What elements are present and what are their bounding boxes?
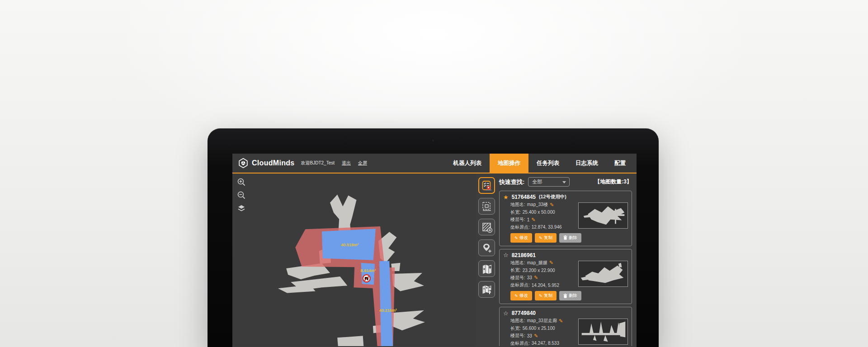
origin-value: 14.204, 5.952: [532, 283, 559, 288]
brand: CloudMinds: [232, 154, 301, 173]
delete-button[interactable]: 删除: [559, 233, 581, 243]
map-card: ★ 51764845 (12号使用中) 地图名:map_33楼✎ 长宽:25.4…: [499, 191, 632, 246]
map-card: ☆ 87749840 地图名:map_33层走廊✎ 长宽:56.600 x 25…: [499, 307, 632, 346]
edit-pencil-icon[interactable]: ✎: [534, 333, 538, 339]
welcome-area: 欢迎BJDT2_Test 退出 全屏: [301, 154, 367, 173]
nav-task-list[interactable]: 任务列表: [528, 154, 567, 173]
panel-header: 快速查找: 全部 【地图数量:3】: [499, 177, 632, 187]
area-label-1: 40.519m²: [341, 243, 359, 247]
map-name-label: 地图名:: [510, 202, 525, 208]
area-label-2: 8.614m²: [361, 268, 376, 273]
add-restricted-zone-tool[interactable]: [478, 219, 495, 235]
filter-selected-value: 全部: [532, 178, 542, 185]
map-name-label: 地图名:: [510, 318, 525, 324]
trash-icon: [563, 235, 567, 240]
edit-pencil-icon[interactable]: ✎: [550, 202, 554, 208]
map-id: 87749840: [512, 310, 536, 316]
edit-pencil-icon[interactable]: ✎: [534, 275, 538, 281]
add-point-tool[interactable]: [478, 239, 495, 256]
nav-map-operation[interactable]: 地图操作: [490, 154, 528, 173]
quick-search-label: 快速查找:: [499, 178, 524, 186]
copy-button[interactable]: ✎复制: [535, 291, 557, 300]
top-bar: CloudMinds 欢迎BJDT2_Test 退出 全屏 机器人列表 地图操作…: [232, 154, 637, 174]
layers-icon[interactable]: [236, 203, 246, 213]
map-controls: [236, 177, 246, 213]
map-list-panel: 快速查找: 全部 【地图数量:3】 ★ 51764845 (12号使用中) 地图…: [497, 174, 637, 346]
edit-pencil-icon[interactable]: ✎: [549, 260, 553, 266]
map-thumbnail[interactable]: [578, 202, 628, 229]
floor-label: 楼层号:: [510, 216, 525, 223]
delete-button[interactable]: 删除: [559, 291, 581, 300]
main-nav: 机器人列表 地图操作 任务列表 日志系统 配置: [445, 154, 637, 173]
map-thumbnail[interactable]: [578, 319, 628, 345]
nav-log-system[interactable]: 日志系统: [567, 154, 606, 173]
content: 40.519m² 8.614m² 40.215m²: [232, 174, 637, 346]
brand-name: CloudMinds: [252, 159, 295, 167]
size-value: 23.200 x 22.900: [523, 268, 555, 273]
task-list-pin-tool[interactable]: [478, 177, 495, 194]
chevron-down-icon: [562, 181, 566, 183]
pencil-icon: ✎: [539, 235, 542, 240]
map-id: 82186961: [512, 252, 536, 258]
floor-value: 33: [527, 275, 532, 280]
edit-button[interactable]: ✎修改: [510, 291, 532, 300]
cloudminds-logo-icon: [238, 158, 249, 169]
edit-pencil-icon[interactable]: ✎: [559, 318, 563, 324]
edit-button[interactable]: ✎修改: [510, 233, 532, 243]
laptop-frame: CloudMinds 欢迎BJDT2_Test 退出 全屏 机器人列表 地图操作…: [208, 128, 659, 347]
origin-label: 坐标原点:: [510, 282, 530, 288]
logout-link[interactable]: 退出: [342, 160, 351, 166]
filter-select[interactable]: 全部: [528, 177, 570, 187]
size-label: 长宽:: [510, 267, 521, 273]
map-count-label: 【地图数量:3】: [594, 178, 632, 186]
origin-value: 12.874, 33.946: [532, 225, 562, 230]
favorite-star-icon[interactable]: ★: [503, 194, 509, 200]
map-in-use-note: (12号使用中): [539, 194, 566, 200]
app-screen: CloudMinds 欢迎BJDT2_Test 退出 全屏 机器人列表 地图操作…: [232, 154, 637, 347]
map-canvas[interactable]: 40.519m² 8.614m² 40.215m²: [232, 174, 476, 346]
map-occupancy-shapes: [278, 194, 425, 346]
size-label: 长宽:: [510, 209, 521, 216]
edit-pencil-icon[interactable]: ✎: [531, 217, 535, 223]
copy-button[interactable]: ✎复制: [535, 233, 557, 243]
map-name-label: 地图名:: [510, 260, 525, 266]
pencil-icon: ✎: [514, 235, 518, 240]
map-card: ☆ 82186961 地图名:map_腿腿✎ 长宽:23.200 x 22.90…: [499, 249, 632, 305]
no-entry-sign-marker[interactable]: [363, 275, 370, 282]
area-label-3: 40.215m²: [379, 308, 397, 313]
pencil-icon: ✎: [539, 293, 542, 298]
slam-map: 40.519m² 8.614m² 40.215m²: [232, 174, 476, 346]
pencil-icon: ✎: [514, 293, 518, 298]
map-toolbar: [476, 174, 497, 346]
map-id: 51764845: [512, 194, 536, 200]
zoom-out-icon[interactable]: [236, 190, 246, 200]
size-value: 56.600 x 25.100: [523, 326, 555, 331]
origin-label: 坐标原点:: [510, 224, 530, 230]
map-name-value: map_腿腿: [527, 260, 547, 266]
origin-label: 坐标原点:: [510, 340, 530, 347]
measure-area-tool[interactable]: [478, 198, 495, 215]
map-name-value: map_33层走廊: [527, 318, 557, 324]
floor-label: 楼层号:: [510, 275, 525, 281]
nav-robot-list[interactable]: 机器人列表: [445, 154, 490, 173]
origin-value: 34.247, 8.533: [532, 341, 559, 346]
favorite-star-icon[interactable]: ☆: [503, 252, 509, 258]
map-name-value: map_33楼: [527, 202, 548, 208]
fullscreen-link[interactable]: 全屏: [358, 160, 367, 166]
floor-value: 33: [527, 333, 532, 338]
map-thumbnail[interactable]: [578, 261, 628, 287]
size-label: 长宽:: [510, 325, 521, 332]
floor-value: 1: [527, 217, 530, 222]
nav-config[interactable]: 配置: [606, 154, 634, 173]
zoom-in-icon[interactable]: [236, 177, 246, 187]
welcome-text: 欢迎BJDT2_Test: [301, 160, 335, 166]
upload-map-tool[interactable]: [478, 281, 495, 298]
size-value: 25.400 x 50.000: [523, 210, 555, 215]
trash-icon: [563, 294, 567, 298]
floor-label: 楼层号:: [510, 333, 525, 339]
map-marker-tool[interactable]: [478, 260, 495, 277]
webcam-dot: [432, 139, 434, 142]
favorite-star-icon[interactable]: ☆: [503, 310, 509, 316]
